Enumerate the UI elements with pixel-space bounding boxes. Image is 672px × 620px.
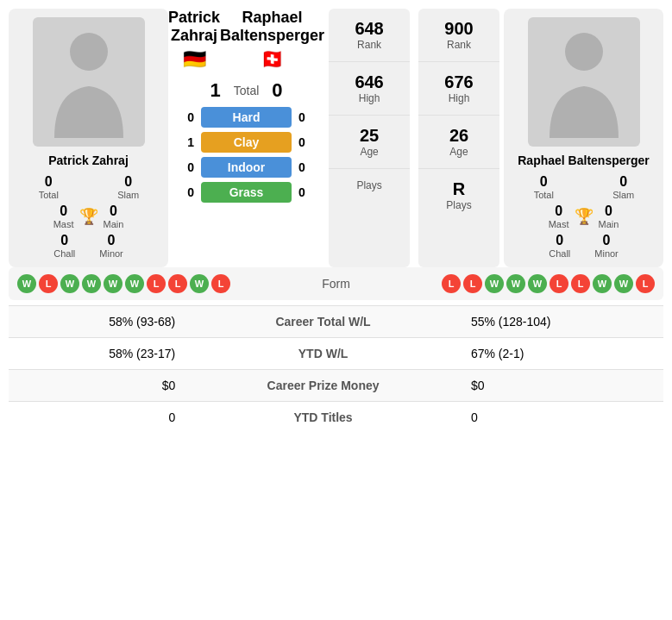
right-high-label: High — [427, 92, 491, 104]
stat-left-1: 58% (23-17) — [9, 338, 189, 370]
left-high-box: 646 High — [329, 62, 410, 116]
right-total-score: 0 — [272, 79, 282, 102]
right-form-badge-l: L — [550, 274, 568, 293]
stat-label-3: YTD Titles — [189, 402, 457, 434]
stats-table: 58% (93-68) Career Total W/L 55% (128-10… — [9, 305, 663, 433]
stats-row-1: 58% (23-17) YTD W/L 67% (2-1) — [9, 338, 663, 370]
stat-right-3: 0 — [457, 402, 663, 434]
left-form-badge-w: W — [17, 274, 36, 293]
right-age-value: 26 — [427, 126, 491, 146]
right-slam-stat: 0 Slam — [593, 174, 656, 200]
stat-left-3: 0 — [9, 402, 189, 434]
left-player-avatar — [33, 17, 145, 147]
clay-right-score: 0 — [298, 135, 316, 149]
right-stat-boxes: 900 Rank 676 High 26 Age R Plays — [418, 9, 499, 267]
stat-label-2: Career Prize Money — [189, 370, 457, 402]
right-rank-box: 900 Rank — [418, 9, 499, 62]
left-high-value: 646 — [337, 72, 401, 92]
left-player-header: PatrickZahraj 🇩🇪 — [168, 9, 220, 71]
indoor-surface-row: 0 Indoor 0 — [177, 157, 316, 178]
stat-left-0: 58% (93-68) — [9, 306, 189, 338]
left-flag: 🇩🇪 — [168, 48, 220, 71]
right-age-label: Age — [427, 146, 491, 158]
stat-left-2: $0 — [9, 370, 189, 402]
right-total-stat: 0 Total — [512, 174, 575, 200]
left-player-name: Patrick Zahraj — [48, 153, 129, 167]
left-form-badge-w: W — [125, 274, 144, 293]
clay-surface-row: 1 Clay 0 — [177, 132, 316, 153]
right-high-value: 676 — [427, 72, 491, 92]
main-container: Patrick Zahraj 0 Total 0 Slam 0 Mast — [0, 0, 672, 442]
right-player-header: RaphaelBaltensperger 🇨🇭 — [220, 9, 324, 71]
left-stat-boxes: 648 Rank 646 High 25 Age Plays — [329, 9, 410, 267]
right-minor-stat: 0 Minor — [594, 233, 619, 259]
left-slam-stat: 0 Slam — [97, 174, 160, 200]
right-form-badge-l: L — [442, 274, 461, 293]
top-section: Patrick Zahraj 0 Total 0 Slam 0 Mast — [9, 9, 663, 267]
left-plays-label: Plays — [337, 179, 401, 191]
total-row: 1 Total 0 — [210, 79, 283, 102]
right-form-badge-l: L — [463, 274, 482, 293]
right-form-badges: LLWWWLLWWL — [442, 274, 655, 293]
left-rank-value: 648 — [337, 19, 401, 39]
right-chall-stat: 0 Chall — [549, 233, 570, 259]
left-form-badge-w: W — [82, 274, 101, 293]
left-trophy-icon: 🏆 — [79, 207, 98, 226]
right-mast-stat: 0 Mast — [549, 204, 569, 229]
indoor-left-score: 0 — [177, 160, 194, 174]
left-main-stat: 0 Main — [104, 204, 124, 229]
left-mast-stat: 0 Mast — [53, 204, 74, 229]
stats-row-3: 0 YTD Titles 0 — [9, 402, 663, 434]
right-form-badge-w: W — [506, 274, 525, 293]
right-player-avatar — [528, 17, 640, 147]
right-rank-value: 900 — [427, 19, 491, 39]
stat-right-2: $0 — [457, 370, 663, 402]
stats-row-0: 58% (93-68) Career Total W/L 55% (128-10… — [9, 306, 663, 338]
right-form-badge-l: L — [636, 274, 655, 293]
left-age-value: 25 — [337, 126, 401, 146]
svg-point-1 — [565, 33, 603, 71]
right-main-stat: 0 Main — [599, 204, 619, 229]
left-form-badge-l: L — [147, 274, 166, 293]
stat-label-1: YTD W/L — [189, 338, 457, 370]
hard-button[interactable]: Hard — [201, 107, 292, 128]
left-total-score: 1 — [210, 79, 221, 102]
right-form-badge-l: L — [571, 274, 590, 293]
left-form-badge-w: W — [60, 274, 79, 293]
hard-left-score: 0 — [177, 110, 194, 124]
left-plays-box: Plays — [329, 169, 410, 202]
player-right-card: Raphael Baltensperger 0 Total 0 Slam 0 M… — [504, 9, 663, 267]
hard-right-score: 0 — [298, 110, 316, 124]
left-form-badge-l: L — [168, 274, 187, 293]
clay-button[interactable]: Clay — [201, 132, 292, 153]
left-form-badge-w: W — [104, 274, 122, 293]
right-name-header: RaphaelBaltensperger — [220, 9, 324, 45]
left-high-label: High — [337, 92, 401, 104]
right-form-badge-w: W — [614, 274, 633, 293]
form-section: WLWWWWLLWL Form LLWWWLLWWL — [9, 267, 663, 300]
stat-right-1: 67% (2-1) — [457, 338, 663, 370]
svg-point-0 — [70, 33, 108, 71]
left-name-header: PatrickZahraj — [168, 9, 220, 45]
left-form-badge-l: L — [39, 274, 58, 293]
indoor-button[interactable]: Indoor — [201, 157, 292, 178]
grass-button[interactable]: Grass — [201, 182, 292, 203]
left-chall-stat: 0 Chall — [53, 233, 75, 259]
stat-right-0: 55% (128-104) — [457, 306, 663, 338]
right-form-badge-w: W — [485, 274, 504, 293]
grass-left-score: 0 — [177, 185, 194, 199]
right-plays-box: R Plays — [418, 169, 499, 222]
clay-left-score: 1 — [177, 135, 194, 149]
form-label: Form — [237, 277, 435, 291]
left-minor-stat: 0 Minor — [99, 233, 123, 259]
left-total-stat: 0 Total — [17, 174, 80, 200]
right-form-badge-w: W — [528, 274, 547, 293]
left-form-badge-l: L — [211, 274, 230, 293]
surface-buttons: 0 Hard 0 1 Clay 0 0 Indoor 0 0 Grass — [168, 107, 324, 203]
left-age-box: 25 Age — [329, 116, 410, 169]
hard-surface-row: 0 Hard 0 — [177, 107, 316, 128]
stat-label-0: Career Total W/L — [189, 306, 457, 338]
right-age-box: 26 Age — [418, 116, 499, 169]
left-form-badge-w: W — [190, 274, 209, 293]
right-form-badge-w: W — [593, 274, 612, 293]
